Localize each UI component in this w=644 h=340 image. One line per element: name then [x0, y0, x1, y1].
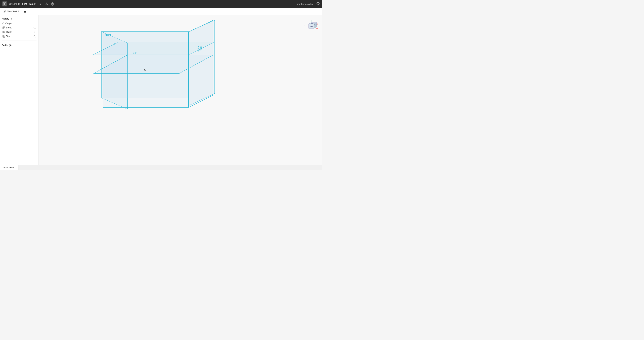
svg-rect-8 — [24, 12, 25, 12]
history-section: History (4) Origin — [0, 15, 38, 39]
topbar: CADmium First Project mattferraro.dev — [0, 0, 322, 8]
sidebar: History (4) Origin — [0, 15, 38, 165]
sidebar-item-label: Origin — [5, 22, 36, 25]
svg-point-51 — [317, 23, 318, 25]
orientation-cube-svg: Z X Front Right Top ‹ — [304, 18, 318, 33]
svg-marker-38 — [188, 20, 213, 107]
sidebar-item-right[interactable]: Right — [1, 30, 38, 34]
github-icon[interactable] — [316, 2, 320, 6]
new-sketch-label: New Sketch — [7, 10, 19, 13]
sidebar-item-label-right: Right — [6, 30, 32, 33]
svg-point-23 — [34, 31, 35, 32]
orientation-cube[interactable]: Z X Front Right Top ‹ — [304, 18, 318, 33]
viewport[interactable]: Front Top Right Front Top Right — [38, 15, 322, 165]
front-label-display: Front — [104, 34, 111, 36]
app-logo — [2, 2, 7, 6]
main-area: History (4) Origin — [0, 15, 322, 165]
sidebar-divider — [2, 40, 36, 40]
svg-text:X: X — [317, 28, 318, 30]
origin-icon — [2, 22, 4, 24]
svg-text:Top: Top — [310, 22, 313, 24]
sidebar-item-front[interactable]: Front — [1, 26, 38, 30]
sidebar-item-top[interactable]: Top — [1, 34, 38, 38]
bottombar: Workbench 1 — [0, 165, 322, 170]
history-header: History (4) — [0, 17, 38, 21]
search-icon-top[interactable] — [33, 35, 36, 38]
toolbar: New Sketch — [0, 8, 322, 15]
solids-header: Solids (0) — [0, 43, 38, 48]
settings-button[interactable] — [50, 2, 55, 6]
sidebar-item-label-front: Front — [6, 26, 32, 29]
svg-line-31 — [35, 37, 36, 37]
right-label-display: Right — [200, 44, 203, 50]
svg-point-4 — [52, 4, 53, 4]
svg-rect-2 — [4, 4, 5, 5]
new-sketch-button[interactable]: New Sketch — [2, 9, 21, 14]
topbar-actions — [38, 2, 55, 6]
user-info: mattferraro.dev — [297, 3, 313, 5]
workbench-button[interactable] — [22, 9, 28, 14]
viewport-canvas: Front Top Right Front Top Right — [38, 15, 322, 165]
svg-rect-18 — [3, 31, 5, 33]
search-icon-right[interactable] — [33, 31, 36, 33]
svg-rect-25 — [3, 35, 5, 38]
app-name: CADmium — [9, 2, 20, 5]
svg-point-16 — [34, 27, 35, 28]
svg-line-24 — [35, 32, 36, 33]
solids-section: Solids (0) — [0, 42, 38, 48]
plane-icon-top — [2, 35, 5, 38]
workbench-tab[interactable]: Workbench 1 — [0, 165, 18, 170]
svg-text:Front: Front — [310, 26, 314, 27]
project-name: First Project — [22, 2, 36, 5]
svg-rect-9 — [26, 12, 26, 12]
svg-rect-0 — [4, 3, 5, 4]
sidebar-item-label-top: Top — [6, 35, 32, 38]
plane-icon-front — [2, 26, 5, 29]
svg-text:Z: Z — [310, 18, 312, 20]
svg-rect-1 — [5, 3, 6, 4]
workbench-tab-label: Workbench 1 — [3, 166, 16, 169]
sidebar-item-origin[interactable]: Origin — [1, 21, 38, 26]
svg-text:‹: ‹ — [304, 24, 305, 27]
svg-line-17 — [35, 28, 36, 29]
download-button[interactable] — [38, 2, 42, 6]
plane-icon-right — [2, 31, 5, 33]
search-icon-front[interactable] — [33, 26, 36, 29]
svg-point-30 — [34, 36, 35, 37]
svg-rect-3 — [5, 4, 6, 5]
share-button[interactable] — [44, 2, 49, 6]
svg-rect-11 — [3, 27, 5, 29]
